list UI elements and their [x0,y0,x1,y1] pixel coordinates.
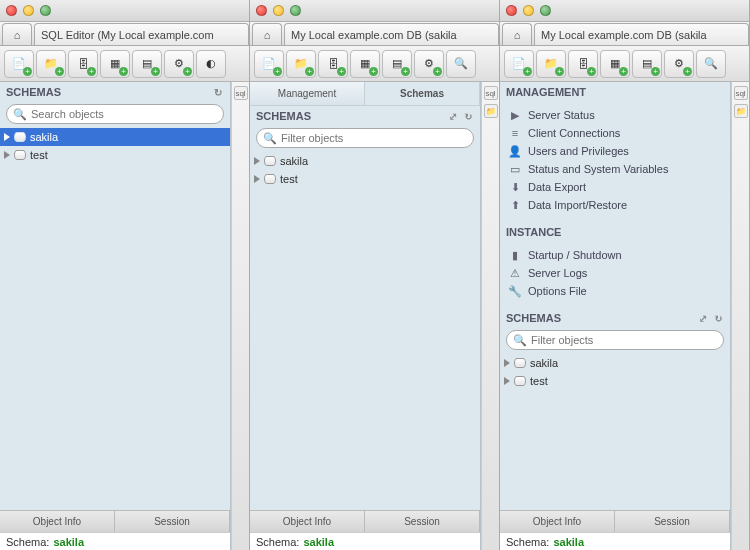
schema-item[interactable]: sakila [250,152,480,170]
zoom-icon[interactable] [540,5,551,16]
new-file-button[interactable]: 📄+ [504,50,534,78]
session-tab[interactable]: Session [115,511,230,532]
item-label: Status and System Variables [528,163,668,175]
status-value: sakila [553,536,584,548]
session-tab[interactable]: Session [365,511,480,532]
open-file-button[interactable]: 📁+ [536,50,566,78]
document-tab[interactable]: SQL Editor (My Local example.com [34,23,249,45]
instance-header: INSTANCE [500,222,730,242]
status-value: sakila [303,536,334,548]
section-controls[interactable]: ⤢ ↻ [699,313,724,324]
new-table-button[interactable]: ▦+ [100,50,130,78]
tab-row: ⌂ My Local example.com DB (sakila [500,22,749,46]
section-controls[interactable]: ⤢ ↻ [449,111,474,122]
disclosure-icon[interactable] [254,175,260,183]
object-info-tab[interactable]: Object Info [250,511,365,532]
schema-item[interactable]: sakila [500,354,730,372]
server-status-item[interactable]: ▶Server Status [504,106,726,124]
sql-panel-icon[interactable]: sql [234,86,248,100]
search-input[interactable] [281,132,467,144]
zoom-icon[interactable] [40,5,51,16]
plus-icon: + [183,67,192,76]
object-info-tab[interactable]: Object Info [0,511,115,532]
zoom-icon[interactable] [290,5,301,16]
document-tab[interactable]: My Local example.com DB (sakila [534,23,749,45]
data-export-item[interactable]: ⬇Data Export [504,178,726,196]
home-tab[interactable]: ⌂ [2,23,32,45]
schema-item[interactable]: test [250,170,480,188]
disclosure-icon[interactable] [254,157,260,165]
item-label: Startup / Shutdown [528,249,622,261]
schemas-tab[interactable]: Schemas [365,82,480,105]
search-button[interactable]: 🔍 [446,50,476,78]
management-tab[interactable]: Management [250,82,365,105]
disclosure-icon[interactable] [504,377,510,385]
schema-item[interactable]: sakila [0,128,230,146]
section-label: SCHEMAS [506,312,561,324]
section-label: MANAGEMENT [506,86,586,98]
toolbar: 📄+ 📁+ 🗄+ ▦+ ▤+ ⚙+ 🔍 [250,46,499,82]
home-tab[interactable]: ⌂ [502,23,532,45]
folder-panel-icon[interactable]: 📁 [734,104,748,118]
minimize-icon[interactable] [523,5,534,16]
plus-icon: + [683,67,692,76]
folder-panel-icon[interactable]: 📁 [484,104,498,118]
disclosure-icon[interactable] [4,151,10,159]
search-field[interactable]: 🔍 [506,330,724,350]
server-logs-item[interactable]: ⚠Server Logs [504,264,726,282]
schema-name: test [30,149,48,161]
new-table-button[interactable]: ▦+ [600,50,630,78]
disclosure-icon[interactable] [504,359,510,367]
new-routine-button[interactable]: ⚙+ [164,50,194,78]
close-icon[interactable] [256,5,267,16]
search-button[interactable]: 🔍 [696,50,726,78]
startup-shutdown-item[interactable]: ▮Startup / Shutdown [504,246,726,264]
schema-tree: sakila test [0,128,230,510]
new-file-button[interactable]: 📄+ [4,50,34,78]
open-file-button[interactable]: 📁+ [36,50,66,78]
new-view-button[interactable]: ▤+ [632,50,662,78]
new-view-button[interactable]: ▤+ [382,50,412,78]
sql-panel-icon[interactable]: sql [484,86,498,100]
search-input[interactable] [31,108,217,120]
new-view-button[interactable]: ▤+ [132,50,162,78]
session-tab[interactable]: Session [615,511,730,532]
plus-icon: + [151,67,160,76]
item-label: Data Export [528,181,586,193]
open-file-button[interactable]: 📁+ [286,50,316,78]
schema-item[interactable]: test [0,146,230,164]
right-strip: sql 📁 [481,82,499,550]
new-schema-button[interactable]: 🗄+ [68,50,98,78]
sql-panel-icon[interactable]: sql [734,86,748,100]
document-tab[interactable]: My Local example.com DB (sakila [284,23,499,45]
plus-icon: + [23,67,32,76]
users-privileges-item[interactable]: 👤Users and Privileges [504,142,726,160]
new-file-button[interactable]: 📄+ [254,50,284,78]
status-variables-item[interactable]: ▭Status and System Variables [504,160,726,178]
bottom-tabs: Object Info Session [500,510,730,532]
new-schema-button[interactable]: 🗄+ [568,50,598,78]
disclosure-icon[interactable] [4,133,10,141]
minimize-icon[interactable] [23,5,34,16]
refresh-icon[interactable]: ↻ [214,87,224,98]
new-routine-button[interactable]: ⚙+ [664,50,694,78]
new-table-button[interactable]: ▦+ [350,50,380,78]
close-icon[interactable] [6,5,17,16]
new-schema-button[interactable]: 🗄+ [318,50,348,78]
schema-item[interactable]: test [500,372,730,390]
plus-icon: + [273,67,282,76]
search-field[interactable]: 🔍 [256,128,474,148]
misc-button[interactable]: ◐ [196,50,226,78]
search-input[interactable] [531,334,717,346]
object-info-tab[interactable]: Object Info [500,511,615,532]
bottom-tabs: Object Info Session [250,510,480,532]
options-file-item[interactable]: 🔧Options File [504,282,726,300]
instance-list: ▮Startup / Shutdown ⚠Server Logs 🔧Option… [500,242,730,308]
client-connections-item[interactable]: ≡Client Connections [504,124,726,142]
home-tab[interactable]: ⌂ [252,23,282,45]
data-import-item[interactable]: ⬆Data Import/Restore [504,196,726,214]
search-field[interactable]: 🔍 [6,104,224,124]
new-routine-button[interactable]: ⚙+ [414,50,444,78]
minimize-icon[interactable] [273,5,284,16]
close-icon[interactable] [506,5,517,16]
